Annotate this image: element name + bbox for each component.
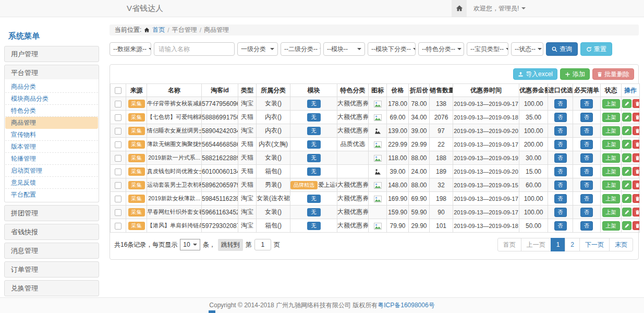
mustbuy-toggle-button[interactable]: 否	[580, 221, 593, 231]
sidebar-group-heading[interactable]: 消息管理	[4, 243, 99, 259]
level1-category-select[interactable]: 一级分类	[237, 42, 278, 56]
edit-button[interactable]	[622, 126, 631, 135]
delete-button[interactable]	[633, 99, 640, 108]
mustbuy-toggle-button[interactable]: 否	[580, 167, 593, 176]
mustbuy-toggle-button[interactable]: 否	[580, 153, 593, 163]
page-button[interactable]: 2	[565, 238, 580, 251]
sidebar-item[interactable]: 版本管理	[5, 141, 98, 153]
import-toggle-button[interactable]: 否	[554, 140, 567, 149]
mustbuy-toggle-button[interactable]: 否	[580, 208, 593, 217]
import-toggle-button[interactable]: 否	[554, 208, 567, 217]
edit-button[interactable]	[622, 167, 631, 176]
import-toggle-button[interactable]: 否	[554, 126, 567, 136]
sidebar-item[interactable]: 商品管理	[5, 117, 98, 129]
row-checkbox[interactable]	[115, 114, 121, 121]
icp-link[interactable]: 粤ICP备16098006号	[378, 302, 434, 309]
user-menu[interactable]: 欢迎您，管理员!	[473, 4, 526, 13]
mustbuy-toggle-button[interactable]: 否	[580, 113, 593, 122]
status-button[interactable]: 上架	[602, 140, 620, 149]
row-checkbox[interactable]	[115, 223, 121, 230]
row-checkbox[interactable]	[115, 209, 121, 216]
row-checkbox[interactable]	[115, 101, 121, 107]
status-button[interactable]: 上架	[602, 99, 620, 109]
mustbuy-toggle-button[interactable]: 否	[580, 194, 593, 203]
sidebar-item[interactable]: 模块商品分类	[5, 93, 98, 105]
module-select[interactable]: --模块--	[323, 42, 365, 56]
row-checkbox[interactable]	[115, 155, 121, 162]
edit-button[interactable]	[622, 99, 631, 108]
import-toggle-button[interactable]: 否	[554, 153, 567, 163]
delete-button[interactable]	[633, 153, 640, 162]
row-checkbox[interactable]	[115, 141, 121, 148]
import-toggle-button[interactable]: 否	[554, 113, 567, 122]
home-button[interactable]	[452, 0, 467, 17]
mustbuy-toggle-button[interactable]: 否	[580, 180, 593, 190]
page-button[interactable]: 下一页	[579, 238, 610, 251]
data-source-select[interactable]: --数据来源--	[110, 42, 151, 56]
delete-button[interactable]	[633, 221, 640, 230]
jump-button[interactable]: 跳转到	[218, 239, 243, 251]
edit-button[interactable]	[622, 180, 631, 189]
import-toggle-button[interactable]: 否	[554, 221, 567, 231]
edit-button[interactable]	[622, 153, 631, 162]
page-size-select[interactable]: 10	[180, 239, 200, 250]
select-all-checkbox[interactable]	[115, 87, 121, 94]
import-toggle-button[interactable]: 否	[554, 99, 567, 109]
feature-category-select[interactable]: --特色分类--	[418, 42, 464, 56]
sidebar-group-heading[interactable]: 用户管理	[4, 46, 99, 62]
breadcrumb-home-link[interactable]: 首页	[152, 26, 165, 34]
import-toggle-button[interactable]: 否	[554, 180, 567, 190]
edit-button[interactable]	[622, 208, 631, 216]
module-sub-category-select[interactable]: --模块下分类--	[368, 42, 416, 56]
delete-button[interactable]	[633, 180, 640, 189]
mustbuy-toggle-button[interactable]: 否	[580, 126, 593, 136]
edit-button[interactable]	[622, 113, 631, 122]
status-button[interactable]: 上架	[602, 153, 620, 163]
name-search-input[interactable]	[154, 42, 235, 56]
delete-button[interactable]	[633, 194, 640, 203]
sidebar-item[interactable]: 意见反馈	[5, 177, 98, 189]
delete-button[interactable]	[633, 126, 640, 135]
sidebar-item[interactable]: 轮播管理	[5, 153, 98, 165]
import-excel-button[interactable]: 导入excel	[513, 68, 557, 80]
sidebar-item[interactable]: 宣传物料	[5, 129, 98, 141]
sidebar-group-heading[interactable]: 拼团管理	[4, 205, 99, 221]
mustbuy-toggle-button[interactable]: 否	[580, 99, 593, 109]
status-button[interactable]: 上架	[602, 167, 620, 176]
batch-delete-button[interactable]: 批量删除	[592, 68, 634, 80]
level2-category-select[interactable]: --二级分类--	[281, 42, 321, 56]
status-select[interactable]: --状态--	[511, 42, 543, 56]
row-checkbox[interactable]	[115, 168, 121, 175]
edit-button[interactable]	[622, 194, 631, 203]
page-button[interactable]: 末页	[609, 238, 633, 251]
jump-page-input[interactable]	[254, 239, 271, 250]
reset-button[interactable]: 重置	[580, 42, 612, 56]
import-toggle-button[interactable]: 否	[554, 194, 567, 203]
sidebar-item[interactable]: 启动页管理	[5, 165, 98, 177]
mustbuy-toggle-button[interactable]: 否	[580, 140, 593, 149]
search-button[interactable]: 查询	[546, 42, 578, 56]
add-button[interactable]: 添加	[560, 68, 590, 80]
sidebar-group-heading[interactable]: 平台管理	[4, 65, 99, 81]
edit-button[interactable]	[622, 140, 631, 149]
item-type-select[interactable]: --宝贝类型--	[467, 42, 508, 56]
import-toggle-button[interactable]: 否	[554, 167, 567, 176]
delete-button[interactable]	[633, 140, 640, 149]
sidebar-item[interactable]: 特色分类	[5, 105, 98, 117]
delete-button[interactable]	[633, 167, 640, 176]
delete-button[interactable]	[633, 208, 640, 216]
status-button[interactable]: 上架	[602, 194, 620, 203]
status-button[interactable]: 上架	[602, 221, 620, 231]
page-button[interactable]: 1	[551, 238, 566, 251]
delete-button[interactable]	[633, 113, 640, 122]
sidebar-group-heading[interactable]: 兑换管理	[4, 280, 99, 296]
row-checkbox[interactable]	[115, 128, 121, 135]
sidebar-group-heading[interactable]: 订单管理	[4, 261, 99, 278]
status-button[interactable]: 上架	[602, 180, 620, 190]
status-button[interactable]: 上架	[602, 126, 620, 136]
status-button[interactable]: 上架	[602, 113, 620, 122]
sidebar-item[interactable]: 平台配置	[5, 189, 98, 201]
sidebar-item[interactable]: 商品分类	[5, 81, 98, 93]
status-button[interactable]: 上架	[602, 208, 620, 217]
row-checkbox[interactable]	[115, 182, 121, 189]
